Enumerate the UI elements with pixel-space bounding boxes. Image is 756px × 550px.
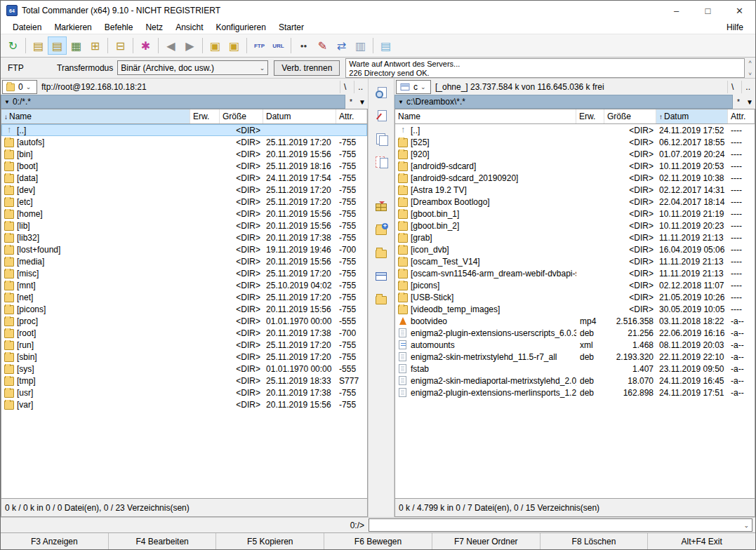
file-row[interactable]: enigma2-plugin-extensions-userscripts_6.… — [395, 327, 755, 339]
file-row[interactable]: [bin] <DIR> 20.11.2019 15:56 -755 — [1, 148, 367, 160]
file-row[interactable]: [data] <DIR> 24.11.2019 17:54 -755 — [1, 172, 367, 184]
file-row[interactable]: enigma2-skin-mediaportal-metrixstylehd_2… — [395, 375, 755, 387]
file-row[interactable]: [root] <DIR> 20.11.2019 17:38 -700 — [1, 327, 367, 339]
file-row[interactable]: [gboot.bin_2] <DIR> 10.11.2019 20:23 ---… — [395, 220, 755, 232]
file-row[interactable]: [etc] <DIR> 25.11.2019 17:20 -755 — [1, 196, 367, 208]
left-header-attr[interactable]: Attr. — [336, 109, 367, 123]
menu-item[interactable]: Netz — [139, 20, 169, 34]
menu-item[interactable]: Starter — [272, 20, 310, 34]
thumbnails-view-button[interactable]: ▦ — [67, 36, 86, 55]
left-root-button[interactable]: \ — [340, 81, 350, 93]
right-root-button[interactable]: \ — [727, 81, 737, 93]
menu-item[interactable]: Dateien — [6, 20, 48, 34]
function-key-button[interactable]: F5 Kopieren — [216, 533, 324, 549]
file-row[interactable]: [lib32] <DIR> 20.11.2019 17:38 -755 — [1, 232, 367, 243]
file-row[interactable]: [Astra 19.2 TV] <DIR> 02.12.2017 14:31 -… — [395, 184, 755, 196]
right-header-ext[interactable]: Erw. — [576, 109, 604, 123]
menu-item[interactable]: Markieren — [48, 20, 98, 34]
file-row[interactable]: [oscam-svn11546-arm_dream-webif-dvbapi-s… — [395, 267, 755, 279]
copy-button[interactable] — [372, 130, 390, 147]
branch-view-button[interactable]: ⊟ — [111, 36, 130, 55]
url-connect-button[interactable]: URL — [269, 36, 288, 55]
tree-view-button[interactable]: ⊞ — [86, 36, 105, 55]
file-row[interactable]: [var] <DIR> 20.11.2019 15:56 -755 — [1, 398, 367, 410]
file-row[interactable]: [USB-Stick] <DIR> 21.05.2019 10:26 ---- — [395, 291, 755, 303]
file-row[interactable]: [autofs] <DIR> 25.11.2019 17:20 -755 — [1, 136, 367, 148]
left-active-tab[interactable]: ▼ 0:/*.* — [1, 95, 345, 109]
right-tablist-button[interactable]: ▼ — [744, 95, 755, 109]
new-folder-button[interactable] — [372, 221, 390, 238]
right-header-attr[interactable]: Attr. — [728, 109, 755, 123]
file-row[interactable]: [home] <DIR> 20.11.2019 15:56 -755 — [1, 208, 367, 220]
folder-shortcut-2-button[interactable] — [372, 290, 390, 307]
function-key-button[interactable]: F4 Bearbeiten — [109, 533, 217, 549]
file-row[interactable]: [net] <DIR> 25.11.2019 17:20 -755 — [1, 291, 367, 303]
file-row[interactable]: [Dreambox Bootlogo] <DIR> 22.04.2017 18:… — [395, 196, 755, 208]
file-row[interactable]: [android9-sdcard_20190920] <DIR> 02.11.2… — [395, 172, 755, 184]
pack-files-button[interactable] — [372, 198, 390, 215]
file-row[interactable]: enigma2-plugin-extensions-merlinsports_1… — [395, 387, 755, 398]
new-window-button[interactable] — [372, 267, 390, 284]
maximize-button[interactable]: □ — [692, 1, 724, 20]
file-row[interactable]: [sbin] <DIR> 25.11.2019 17:20 -755 — [1, 351, 367, 363]
left-star-button[interactable]: * — [345, 95, 357, 109]
file-row[interactable]: enigma2-skin-metrixstylehd_11.5-r7_all d… — [395, 351, 755, 363]
function-key-button[interactable]: F8 Löschen — [541, 533, 649, 549]
forward-button[interactable]: ▶ — [180, 36, 199, 55]
right-up-button[interactable]: .. — [741, 81, 754, 93]
right-drive-select[interactable]: c ⌄ — [396, 80, 431, 94]
notepad-button[interactable]: ▤ — [376, 36, 395, 55]
file-row[interactable]: [videodb_temp_images] <DIR> 30.05.2019 1… — [395, 303, 755, 315]
file-row[interactable]: [525] <DIR> 06.12.2017 18:55 ---- — [395, 136, 755, 148]
file-row[interactable]: [..] <DIR> 24.11.2019 17:52 ---- — [395, 124, 755, 136]
file-row[interactable]: [..] <DIR> — [1, 124, 367, 136]
any-view-button[interactable]: ✱ — [136, 36, 155, 55]
folder-shortcut-1-button[interactable] — [372, 244, 390, 261]
left-drive-select[interactable]: 0 ⌄ — [2, 80, 37, 94]
multi-rename-button[interactable]: ✎ — [313, 36, 332, 55]
file-row[interactable]: [usr] <DIR> 20.11.2019 17:38 -755 — [1, 387, 367, 398]
command-line-input[interactable]: ⌄ — [369, 518, 752, 532]
file-row[interactable]: automounts xml 1.468 08.11.2019 20:03 -a… — [395, 339, 755, 351]
function-key-button[interactable]: Alt+F4 Exit — [648, 533, 755, 549]
file-row[interactable]: [gboot.bin_1] <DIR> 10.11.2019 21:19 ---… — [395, 208, 755, 220]
file-row[interactable]: [android9-sdcard] <DIR> 10.11.2019 20:53… — [395, 160, 755, 172]
file-row[interactable]: [dev] <DIR> 25.11.2019 17:20 -755 — [1, 184, 367, 196]
file-row[interactable]: bootvideo mp4 2.516.358 03.11.2018 18:22… — [395, 315, 755, 327]
file-row[interactable]: [picons] <DIR> 02.12.2018 11:07 ---- — [395, 279, 755, 291]
file-row[interactable]: [lib] <DIR> 20.11.2019 15:56 -755 — [1, 220, 367, 232]
file-row[interactable]: [grab] <DIR> 11.11.2019 21:13 ---- — [395, 232, 755, 243]
file-row[interactable]: [picons] <DIR> 20.11.2019 15:56 -755 — [1, 303, 367, 315]
ftp-connect-button[interactable]: FTP — [250, 36, 269, 55]
right-header-size[interactable]: Größe — [604, 109, 656, 123]
function-key-button[interactable]: F3 Anzeigen — [1, 533, 109, 549]
scroll-down-icon[interactable]: ˅ — [748, 71, 752, 77]
file-row[interactable]: [misc] <DIR> 25.11.2019 17:20 -755 — [1, 267, 367, 279]
left-header-date[interactable]: Datum — [263, 109, 336, 123]
menu-item[interactable]: Ansicht — [169, 20, 209, 34]
menu-item[interactable]: Konfigurieren — [209, 20, 272, 34]
pack-button[interactable]: ▣ — [225, 36, 244, 55]
file-row[interactable]: [media] <DIR> 20.11.2019 15:56 -755 — [1, 255, 367, 267]
unpack-button[interactable]: ▣ — [206, 36, 225, 55]
file-row[interactable]: [icon_dvb] <DIR> 16.04.2019 05:06 ---- — [395, 243, 755, 255]
file-row[interactable]: [lost+found] <DIR> 19.11.2019 19:46 -700 — [1, 243, 367, 255]
file-row[interactable]: fstab 1.407 23.11.2019 09:50 -a-- — [395, 363, 755, 375]
menu-item-hilfe[interactable]: Hilfe — [720, 20, 750, 34]
file-row[interactable]: [proc] <DIR> 01.01.1970 00:00 -555 — [1, 315, 367, 327]
view-button[interactable] — [372, 84, 390, 101]
file-row[interactable]: [run] <DIR> 25.11.2019 17:20 -755 — [1, 339, 367, 351]
move-button[interactable] — [372, 154, 390, 170]
file-row[interactable]: [boot] <DIR> 25.11.2019 18:16 -755 — [1, 160, 367, 172]
edit-button[interactable] — [372, 107, 390, 124]
file-row[interactable]: [tmp] <DIR> 25.11.2019 18:33 S777 — [1, 375, 367, 387]
right-star-button[interactable]: * — [733, 95, 744, 109]
ftp-log-scrollbar[interactable]: ˄ ˅ — [745, 58, 755, 78]
scroll-up-icon[interactable]: ˄ — [748, 59, 752, 65]
right-active-tab[interactable]: ▼ c:\Dreambox\*.* — [394, 95, 733, 109]
right-header-name[interactable]: Name — [395, 109, 576, 123]
menu-item[interactable]: Befehle — [98, 20, 140, 34]
left-header-ext[interactable]: Erw. — [190, 109, 220, 123]
close-button[interactable]: ✕ — [724, 1, 755, 20]
full-view-button[interactable]: ▤ — [48, 36, 67, 55]
